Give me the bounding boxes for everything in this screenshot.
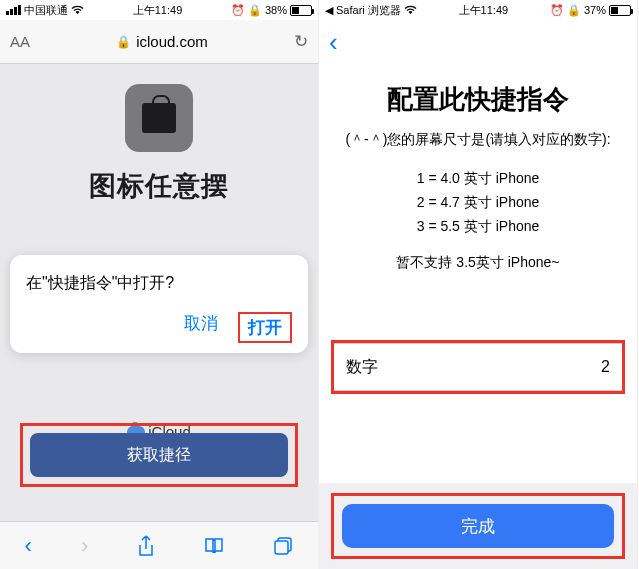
alarm-icon: ⏰ [550,4,564,17]
config-subtitle: (＾-＾)您的屏幕尺寸是(请填入对应的数字): [333,131,623,149]
rotation-lock-icon: 🔒 [567,4,581,17]
battery-pct: 37% [584,4,606,16]
back-app-label[interactable]: Safari 浏览器 [336,3,401,18]
wifi-icon [71,5,84,15]
config-title: 配置此快捷指令 [333,82,623,117]
reload-icon[interactable]: ↻ [294,31,308,52]
option-1: 1 = 4.0 英寸 iPhone [417,170,540,186]
option-2: 2 = 4.7 英寸 iPhone [417,194,540,210]
highlight-box: 获取捷径 [20,423,298,487]
time-label: 上午11:49 [133,3,183,18]
rotation-lock-icon: 🔒 [248,4,262,17]
left-screenshot: 中国联通 上午11:49 ⏰ 🔒 38% AA 🔒icloud.com ↻ 图标… [0,0,319,569]
highlight-box: 完成 [331,493,625,559]
highlight-box: 数字 2 [331,340,625,394]
status-bar: 中国联通 上午11:49 ⏰ 🔒 38% [0,0,318,20]
address-bar[interactable]: AA 🔒icloud.com ↻ [0,20,318,64]
open-dialog: 在"快捷指令"中打开? 取消 打开 [10,255,308,353]
tabs-icon[interactable] [273,536,293,556]
lock-icon: 🔒 [116,35,131,49]
url-text: icloud.com [136,33,208,50]
alarm-icon: ⏰ [231,4,245,17]
dialog-title: 在"快捷指令"中打开? [26,273,292,294]
time-label: 上午11:49 [459,3,509,18]
option-3: 3 = 5.5 英寸 iPhone [417,218,540,234]
text-size-icon[interactable]: AA [10,33,30,50]
right-screenshot: ◀ Safari 浏览器 上午11:49 ⏰ 🔒 37% ‹ 配置此快捷指令 (… [319,0,638,569]
input-label: 数字 [346,357,378,378]
input-value: 2 [601,358,610,376]
safari-toolbar: ‹ › [0,521,318,569]
battery-pct: 38% [265,4,287,16]
back-chevron-icon[interactable]: ‹ [329,27,338,58]
open-button[interactable]: 打开 [238,312,292,343]
svg-rect-1 [275,541,288,554]
wifi-icon [404,5,417,15]
bookmarks-icon[interactable] [204,537,224,555]
get-shortcut-button[interactable]: 获取捷径 [30,433,288,477]
config-body: 配置此快捷指令 (＾-＾)您的屏幕尺寸是(请填入对应的数字): 1 = 4.0 … [319,64,637,272]
back-to-app-icon[interactable]: ◀ [325,4,333,17]
battery-icon [609,5,631,16]
screen-options: 1 = 4.0 英寸 iPhone 2 = 4.7 英寸 iPhone 3 = … [333,167,623,238]
status-bar: ◀ Safari 浏览器 上午11:49 ⏰ 🔒 37% [319,0,637,20]
signal-icon [6,5,21,15]
nav-bar: ‹ [319,20,637,64]
share-icon[interactable] [137,535,155,557]
shortcut-title: 图标任意摆 [89,168,229,204]
forward-icon: › [81,533,88,559]
unsupported-note: 暂不支持 3.5英寸 iPhone~ [333,254,623,272]
battery-icon [290,5,312,16]
carrier-label: 中国联通 [24,3,68,18]
number-input[interactable]: 数字 2 [334,343,622,391]
cancel-button[interactable]: 取消 [184,312,218,343]
back-icon[interactable]: ‹ [25,533,32,559]
done-button[interactable]: 完成 [342,504,614,548]
shortcut-app-icon [125,84,193,152]
